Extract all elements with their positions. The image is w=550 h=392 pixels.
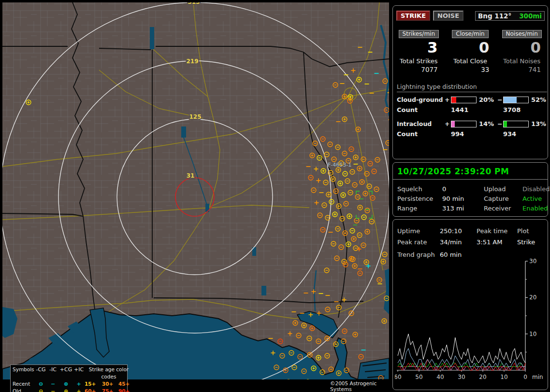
total-strikes-label: Total Strikes <box>393 57 445 65</box>
cloud-ground-row: Cloud-ground + 20% − 52% <box>397 96 548 103</box>
noise-toggle-button[interactable]: NOISE <box>433 11 463 21</box>
ic-negative-count: 934 <box>503 130 548 138</box>
cloud-ground-label: Cloud-ground <box>397 96 445 103</box>
peak-time-value: 3:51 AM <box>477 237 517 248</box>
close-per-min-badge: Close/min <box>452 30 488 38</box>
count-label: Count <box>397 130 445 138</box>
peak-rate-label: Peak rate <box>397 237 440 248</box>
legend-cg-pos-header: +CG <box>59 366 73 380</box>
trend-panel: Uptime 250:10 Peak time Plot Peak rate 3… <box>392 219 548 390</box>
capture-status: Active <box>522 194 550 204</box>
ic-negative-bar <box>503 121 529 127</box>
upload-status: Disabled <box>522 184 550 194</box>
trend-x-tick-label: 50 <box>415 374 422 380</box>
age-30: 30+ <box>102 380 118 388</box>
trend-series-+CG <box>398 359 525 370</box>
trend-x-unit: min <box>532 374 543 380</box>
trend-graph: 1020306050403020100min <box>395 254 546 388</box>
upload-label: Upload <box>484 184 522 194</box>
persistence-label: Persistence <box>397 194 442 204</box>
bearing-range-display: Bng 112° 300mi <box>475 11 545 21</box>
trend-y-tick-label: 20 <box>529 294 536 301</box>
plot-label: Plot <box>517 225 548 237</box>
strike-symbol <box>305 379 310 381</box>
minus-sign: − <box>497 96 503 103</box>
legend-old-label: Old <box>13 388 35 392</box>
cg-negative-pct: 52% <box>529 96 548 103</box>
recent-plus-icon: + <box>73 380 85 388</box>
strike-symbol <box>286 379 291 381</box>
close-per-min-column: Close/min 0 Total Close 33 <box>445 28 496 73</box>
uptime-label: Uptime <box>397 225 440 237</box>
trend-series-+IC <box>398 367 525 371</box>
strike-toggle-button[interactable]: STRIKE <box>396 11 430 21</box>
minus-sign: − <box>497 120 503 127</box>
legend-ic-pos-header: +IC <box>73 366 85 380</box>
recent-circle-minus-icon: ⊖ <box>35 380 47 388</box>
map-area[interactable]: 31321912531F-4653-1 Symbols -CG -IC +CG … <box>0 0 391 392</box>
status-panel: 10/27/2025 2:39:20 PM Squelch 0 Upload D… <box>392 162 548 217</box>
trend-x-tick-label: 20 <box>479 374 486 380</box>
lightning-map[interactable]: 31321912531F-4653-1 <box>0 0 391 381</box>
age-15: 15+ <box>85 380 102 388</box>
close-per-min-value: 0 <box>445 39 496 56</box>
ic-positive-count: 994 <box>451 130 497 138</box>
trend-x-tick-label: 40 <box>436 374 444 380</box>
intracloud-row: Intracloud + 14% − 13% <box>397 120 548 127</box>
ring-label-219: 219 <box>186 58 198 65</box>
trend-y-tick-label: 30 <box>529 258 536 265</box>
legend-recent-label: Recent <box>13 380 35 388</box>
ic-positive-bar <box>451 121 477 127</box>
cg-positive-count: 1441 <box>451 106 497 113</box>
trend-x-tick-label: 10 <box>500 374 507 380</box>
trend-y-tick-label: 10 <box>529 331 536 337</box>
storm-cell-label: F-4653-1 <box>328 162 351 168</box>
plus-sign: + <box>445 120 451 127</box>
intracloud-label: Intracloud <box>397 120 445 127</box>
intracloud-count-row: Count 994 934 <box>397 130 548 138</box>
squelch-label: Squelch <box>397 184 442 194</box>
ring-label-313: 313 <box>188 0 200 5</box>
cg-negative-bar <box>503 97 529 103</box>
old-plus-icon: + <box>73 388 85 392</box>
cg-positive-bar <box>451 97 477 103</box>
age-60: 60+ <box>85 388 102 392</box>
trend-x-tick-label: 0 <box>523 374 527 380</box>
symbol-legend: Symbols -CG -IC +CG +IC Strike age color… <box>10 364 128 392</box>
legend-age-header: Strike age color codes <box>85 366 133 380</box>
capture-label: Capture <box>484 194 522 204</box>
distribution-title: Lightning type distribution <box>397 83 547 92</box>
trend-series-total <box>398 334 525 363</box>
count-label: Count <box>397 106 445 113</box>
range-value: 300mi <box>519 12 542 20</box>
uptime-value: 250:10 <box>440 225 477 237</box>
total-close-label: Total Close <box>445 57 496 65</box>
peak-time-label: Peak time <box>477 225 517 237</box>
noises-per-min-badge: Noises/min <box>502 30 542 38</box>
bearing-value: Bng 112° <box>478 12 511 20</box>
total-noises-label: Total Noises <box>496 57 548 65</box>
noises-per-min-column: Noises/min 0 Total Noises 741 <box>496 28 548 73</box>
range-setting-value: 313 mi <box>442 204 484 213</box>
strikes-per-min-column: Strikes/min 3 Total Strikes 7077 <box>393 28 445 73</box>
recent-minus-icon: − <box>47 380 59 388</box>
strikes-per-min-value: 3 <box>393 39 445 56</box>
clock-display: 10/27/2025 2:39:20 PM <box>393 163 548 180</box>
squelch-value: 0 <box>442 184 484 194</box>
cloud-ground-count-row: Count 1441 3708 <box>397 106 548 113</box>
total-strikes-value: 7077 <box>393 66 445 73</box>
legend-symbols-header: Symbols <box>13 366 35 380</box>
ring-label-31: 31 <box>187 172 195 179</box>
legend-ic-neg-header: -IC <box>47 366 59 380</box>
ring-label-125: 125 <box>189 113 201 120</box>
ic-negative-pct: 13% <box>529 120 548 127</box>
old-circle-plus-icon: ⊕ <box>59 388 73 392</box>
range-setting-label: Range <box>397 204 442 213</box>
age-45: 45+ <box>118 380 133 388</box>
trend-x-tick-label: 30 <box>458 374 465 380</box>
total-noises-value: 741 <box>496 66 548 73</box>
cg-negative-count: 3708 <box>503 106 548 113</box>
plot-value: Strike <box>517 237 548 248</box>
age-90: 90+ <box>118 388 133 392</box>
plus-sign: + <box>445 96 451 103</box>
